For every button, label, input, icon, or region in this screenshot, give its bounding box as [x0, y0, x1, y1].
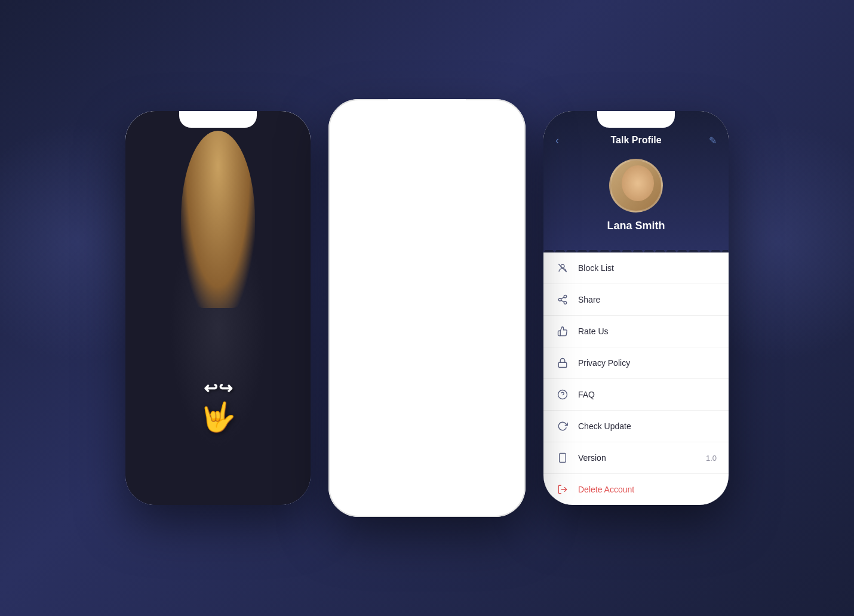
menu-item-block-list[interactable]: Block List [543, 252, 729, 284]
svg-point-8 [564, 301, 567, 304]
left-photo: ↩ ↪ 🤟 [125, 111, 311, 505]
gesture-arrow: ↩ ↪ [204, 378, 232, 398]
phone-right: ‹ Talk Profile ✎ Lana Smith [543, 111, 729, 505]
svg-point-6 [564, 295, 567, 298]
zigzag-divider [543, 250, 729, 252]
phone-center: Rose Cina 25 Year · Female [328, 99, 526, 517]
svg-line-10 [561, 297, 564, 299]
hand-gesture-icon: 🤟 [200, 401, 236, 434]
privacy-policy-label: Privacy Policy [578, 358, 717, 368]
svg-rect-11 [558, 362, 567, 367]
delete-account-label: Delete Account [578, 485, 717, 494]
arrow-right-icon: ↪ [219, 378, 232, 398]
phone-left-screen: ↩ ↪ 🤟 [125, 111, 311, 505]
menu-item-faq[interactable]: FAQ [543, 379, 729, 411]
check-update-label: Check Update [578, 421, 717, 431]
menu-list: Block List Share [543, 252, 729, 505]
svg-point-7 [558, 298, 561, 301]
block-list-label: Block List [578, 263, 717, 273]
phone-left: ↩ ↪ 🤟 [125, 111, 311, 505]
menu-item-privacy-policy[interactable]: Privacy Policy [543, 347, 729, 379]
menu-item-rate-us[interactable]: Rate Us [543, 316, 729, 347]
version-value: 1.0 [706, 454, 717, 463]
edit-button[interactable]: ✎ [709, 135, 717, 146]
woman-photo-left [125, 111, 311, 505]
faq-label: FAQ [578, 390, 717, 399]
svg-rect-14 [560, 454, 566, 463]
check-update-icon [555, 419, 570, 433]
profile-title: Talk Profile [610, 135, 661, 146]
rate-us-label: Rate Us [578, 327, 717, 336]
arrow-left-icon: ↩ [204, 378, 217, 398]
share-label: Share [578, 295, 717, 304]
svg-line-5 [558, 264, 567, 272]
block-list-icon [555, 261, 570, 275]
privacy-policy-icon [555, 356, 570, 370]
profile-nav: ‹ Talk Profile ✎ [543, 135, 729, 146]
faq-icon [555, 387, 570, 402]
gesture-overlay: ↩ ↪ 🤟 [200, 378, 236, 434]
version-label: Version [578, 453, 698, 463]
delete-account-icon [555, 482, 570, 497]
menu-item-version: Version 1.0 [543, 442, 729, 474]
menu-item-check-update[interactable]: Check Update [543, 411, 729, 442]
phone-right-notch [597, 111, 675, 128]
svg-point-12 [558, 390, 567, 399]
svg-line-9 [561, 300, 564, 302]
profile-avatar [609, 159, 663, 212]
phones-container: ↩ ↪ 🤟 Rose Cina 25 Year · Female [125, 99, 729, 517]
share-icon [555, 292, 570, 307]
menu-item-share[interactable]: Share [543, 284, 729, 316]
profile-name: Lana Smith [607, 220, 665, 232]
phone-right-screen: ‹ Talk Profile ✎ Lana Smith [543, 111, 729, 505]
phone-left-notch [179, 111, 257, 128]
profile-header: ‹ Talk Profile ✎ Lana Smith [543, 111, 729, 250]
back-button[interactable]: ‹ [555, 134, 559, 147]
rate-us-icon [555, 324, 570, 338]
version-icon [555, 451, 570, 465]
phone-center-notch [388, 99, 466, 116]
menu-item-delete-account[interactable]: Delete Account [543, 474, 729, 505]
